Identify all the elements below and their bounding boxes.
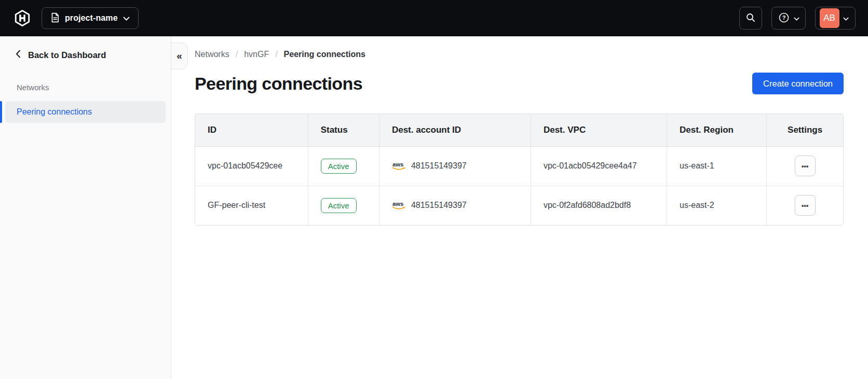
sidebar: Back to Dashboard Networks Peering conne…: [0, 36, 171, 379]
ellipsis-icon: •••: [802, 163, 809, 170]
column-header-dest-vpc: Dest. VPC: [531, 114, 667, 146]
sidebar-collapse-button[interactable]: «: [171, 43, 188, 69]
document-icon: [50, 12, 60, 24]
sidebar-item-label: Peering connections: [17, 107, 92, 117]
active-indicator-bar: [0, 101, 2, 123]
table-header-row: ID Status Dest. account ID Dest. VPC Des…: [195, 114, 843, 146]
breadcrumb-separator: /: [275, 50, 277, 59]
page-title: Peering connections: [195, 74, 362, 94]
column-header-id: ID: [195, 114, 308, 146]
create-connection-button[interactable]: Create connection: [752, 73, 844, 94]
dest-account-id-value: 481515149397: [411, 161, 467, 171]
ellipsis-icon: •••: [802, 202, 809, 209]
column-header-settings: Settings: [767, 114, 843, 146]
chevron-down-icon: [123, 15, 130, 22]
search-icon: [745, 12, 756, 24]
project-switcher[interactable]: project-name: [42, 7, 139, 29]
column-header-status: Status: [308, 114, 379, 146]
sidebar-item-peering-connections[interactable]: Peering connections: [5, 101, 166, 123]
cell-settings: •••: [767, 146, 843, 186]
cell-dest-vpc: vpc-0f2afd6808ad2bdf8: [531, 186, 667, 225]
column-header-dest-region: Dest. Region: [667, 114, 767, 146]
top-nav-bar: project-name ?: [0, 0, 868, 36]
user-menu-dropdown[interactable]: AB: [815, 7, 856, 30]
app-screen: project-name ?: [0, 0, 868, 379]
breadcrumb-current: Peering connections: [284, 50, 365, 59]
cell-dest-vpc: vpc-01acb05429cee4a47: [531, 146, 667, 186]
cell-dest-account: aws 481515149397: [379, 146, 531, 186]
cell-dest-region: us-east-2: [667, 186, 767, 225]
svg-text:aws: aws: [392, 201, 403, 207]
avatar: AB: [820, 8, 839, 28]
peering-connections-table: ID Status Dest. account ID Dest. VPC Des…: [195, 114, 844, 226]
column-header-dest-account-id: Dest. account ID: [379, 114, 531, 146]
search-button[interactable]: [739, 7, 762, 30]
cell-id: GF-peer-cli-test: [195, 186, 308, 225]
breadcrumb-hvn[interactable]: hvnGF: [244, 50, 269, 59]
aws-logo-icon: aws: [392, 201, 406, 210]
svg-text:aws: aws: [392, 161, 403, 167]
back-link-label: Back to Dashboard: [28, 50, 106, 60]
help-icon: ?: [778, 12, 790, 25]
breadcrumb: Networks / hvnGF / Peering connections: [195, 50, 844, 59]
aws-logo-icon: aws: [392, 161, 406, 171]
main-content: Networks / hvnGF / Peering connections P…: [171, 36, 868, 379]
hashicorp-logo-icon[interactable]: [12, 8, 32, 28]
app-body: Back to Dashboard Networks Peering conne…: [0, 36, 868, 379]
table-row: vpc-01acb05429cee Active aws: [195, 146, 843, 186]
cell-status: Active: [308, 186, 379, 225]
breadcrumb-networks[interactable]: Networks: [195, 50, 229, 59]
collapse-chevrons-icon: «: [177, 50, 182, 62]
cell-settings: •••: [767, 186, 843, 225]
cell-id: vpc-01acb05429cee: [195, 146, 308, 186]
help-dropdown[interactable]: ?: [771, 7, 806, 30]
sidebar-section-networks: Networks: [17, 83, 171, 92]
row-settings-menu-button[interactable]: •••: [795, 156, 816, 176]
chevron-down-icon: [794, 15, 799, 22]
cell-dest-account: aws 481515149397: [379, 186, 531, 225]
table-row: GF-peer-cli-test Active aws: [195, 186, 843, 225]
breadcrumb-separator: /: [236, 50, 238, 59]
status-badge: Active: [321, 159, 357, 174]
cell-status: Active: [308, 146, 379, 186]
row-settings-menu-button[interactable]: •••: [795, 195, 816, 216]
dest-account-id-value: 481515149397: [411, 201, 467, 210]
cell-dest-region: us-east-1: [667, 146, 767, 186]
status-badge: Active: [321, 198, 357, 213]
chevron-down-icon: [843, 15, 849, 22]
page-header: Peering connections Create connection: [195, 73, 844, 94]
project-name-label: project-name: [65, 13, 118, 23]
svg-text:?: ?: [782, 15, 785, 21]
chevron-left-icon: [16, 50, 21, 60]
back-to-dashboard-link[interactable]: Back to Dashboard: [16, 50, 171, 60]
